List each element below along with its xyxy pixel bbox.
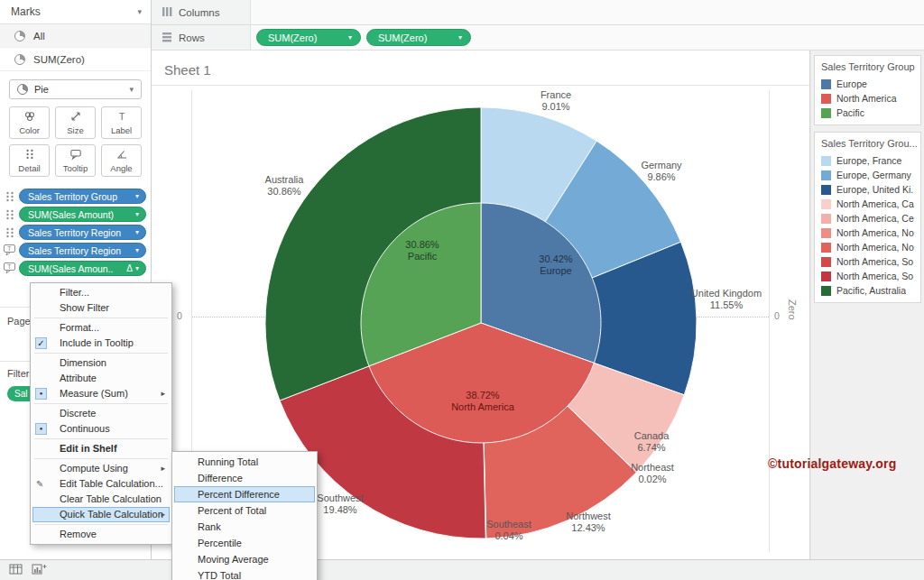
legend-title[interactable]: Sales Territory Grou... <box>815 133 920 153</box>
size-button[interactable]: Size <box>55 106 96 139</box>
pill-sum-sales-amount[interactable]: SUM(Sales Amount)▾ <box>19 207 146 222</box>
menu-item-percent-difference[interactable]: Percent Difference <box>174 486 315 502</box>
menu-item-show-filter[interactable]: Show Filter <box>32 300 170 316</box>
size-icon <box>69 110 82 124</box>
new-worksheet-icon[interactable] <box>32 563 47 577</box>
menu-item-dimension[interactable]: Dimension <box>32 355 170 371</box>
menu-separator <box>34 353 168 354</box>
menu-item-rank[interactable]: Rank <box>174 519 315 535</box>
legend-item-europe[interactable]: Europe <box>815 77 920 91</box>
legend-item-north-america-ca[interactable]: North America, Ca.. <box>815 197 920 211</box>
menu-item-attribute[interactable]: Attribute <box>32 371 170 386</box>
menu-item-edit-table-calculation[interactable]: ✎Edit Table Calculation... <box>32 476 170 492</box>
menu-item-label: Measure (Sum) <box>60 388 128 399</box>
marks-card-sum-zero[interactable]: SUM(Zero) <box>0 48 151 71</box>
color-button[interactable]: Color <box>9 106 50 139</box>
shelf-label-text: Rows <box>179 32 205 43</box>
chevron-down-icon[interactable]: ▾ <box>135 264 139 272</box>
menu-separator <box>34 458 168 459</box>
pie-label-europe: 30.42%Europe <box>539 253 573 276</box>
pill-sales-territory-group[interactable]: Sales Territory Group▾ <box>19 189 146 204</box>
pill-sum-sales-amoun[interactable]: SUM(Sales Amoun..Δ▾ <box>19 261 146 276</box>
menu-item-filter[interactable]: Filter... <box>32 285 170 300</box>
pill-label: SUM(Sales Amount) <box>28 209 133 220</box>
menu-item-measure-sum[interactable]: ●Measure (Sum)▸ <box>32 386 170 401</box>
chevron-down-icon[interactable]: ▾ <box>137 7 142 16</box>
menu-item-percentile[interactable]: Percentile <box>174 535 315 551</box>
detail-button[interactable]: Detail <box>9 144 50 177</box>
detail-shelf-icon <box>3 209 16 220</box>
legend-item-europe-germany[interactable]: Europe, Germany <box>815 168 920 182</box>
marks-card-label: SUM(Zero) <box>33 54 85 65</box>
menu-separator <box>34 403 168 404</box>
legend-item-pacific[interactable]: Pacific <box>815 106 920 120</box>
menu-item-edit-in-shelf[interactable]: Edit in Shelf <box>32 441 170 456</box>
menu-item-label: Difference <box>198 473 243 483</box>
legend-item-europe-france[interactable]: Europe, France <box>815 153 920 168</box>
pie-label-pacific: 30.86%Pacific <box>405 239 439 262</box>
quick-table-calculation-submenu: Running TotalDifferencePercent Differenc… <box>171 451 318 580</box>
menu-item-clear-table-calculation[interactable]: Clear Table Calculation <box>32 492 170 507</box>
marks-card-header[interactable]: Marks ▾ <box>0 0 151 24</box>
chevron-down-icon[interactable]: ▾ <box>135 192 139 200</box>
columns-shelf-content[interactable] <box>251 0 924 24</box>
menu-item-discrete[interactable]: Discrete <box>32 406 170 421</box>
legend-item-north-america[interactable]: North America <box>815 91 920 106</box>
rows-shelf-content[interactable]: SUM(Zero)▾SUM(Zero)▾ <box>251 25 924 50</box>
rows-pill-sum-zero[interactable]: SUM(Zero)▾ <box>256 29 361 46</box>
angle-icon <box>116 148 128 162</box>
legend-item-europe-united-ki[interactable]: Europe, United Ki.. <box>815 182 920 197</box>
marks-card-all[interactable]: All <box>0 24 151 48</box>
menu-item-ytd-total[interactable]: YTD Total <box>174 567 315 580</box>
legend-item-north-america-ce[interactable]: North America, Ce.. <box>815 211 920 226</box>
menu-item-label: Percentile <box>198 538 242 548</box>
menu-item-difference[interactable]: Difference <box>174 470 315 486</box>
menu-item-remove[interactable]: Remove <box>32 527 170 542</box>
checkmark-icon: ✓ <box>35 337 47 349</box>
marks-pill-row: Sales Territory Group▾ <box>3 189 146 204</box>
chevron-down-icon[interactable]: ▾ <box>135 210 139 218</box>
legend-item-north-america-so[interactable]: North America, So.. <box>815 269 920 283</box>
angle-button[interactable]: Angle <box>101 144 142 177</box>
data-source-grid-icon[interactable] <box>9 563 23 577</box>
tooltip-icon <box>69 148 82 162</box>
columns-shelf[interactable]: Columns <box>152 0 924 25</box>
legend-title[interactable]: Sales Territory Group <box>815 56 920 77</box>
menu-item-running-total[interactable]: Running Total <box>174 454 315 470</box>
chevron-down-icon[interactable]: ▾ <box>458 33 462 41</box>
legend-item-label: Pacific <box>836 107 864 118</box>
menu-item-label: Edit Table Calculation... <box>60 478 163 489</box>
rows-shelf[interactable]: Rows SUM(Zero)▾SUM(Zero)▾ <box>152 25 924 51</box>
menu-item-quick-table-calculation[interactable]: Quick Table Calculation▸ <box>32 507 170 522</box>
button-label: Label <box>111 125 132 135</box>
menu-item-label: Edit in Shelf <box>60 443 117 454</box>
color-swatch <box>821 94 831 104</box>
menu-item-continuous[interactable]: ●Continuous <box>32 421 170 437</box>
menu-item-format[interactable]: Format... <box>32 320 170 336</box>
menu-item-percent-of-total[interactable]: Percent of Total <box>174 502 315 519</box>
chevron-down-icon[interactable]: ▾ <box>135 246 139 254</box>
pill-sales-territory-region[interactable]: Sales Territory Region▾ <box>19 243 146 258</box>
mark-type-dropdown[interactable]: Pie ▾ <box>9 79 142 99</box>
menu-item-label: Show Filter <box>60 302 109 313</box>
svg-text:T: T <box>118 111 125 122</box>
rows-pill-sum-zero[interactable]: SUM(Zero)▾ <box>366 29 471 46</box>
label-button[interactable]: T Label <box>101 106 142 139</box>
legend-item-north-america-no[interactable]: North America, No.. <box>815 240 920 254</box>
legend-item-north-america-no[interactable]: North America, No.. <box>815 226 920 240</box>
submenu-arrow-icon: ▸ <box>161 386 165 401</box>
chevron-down-icon[interactable]: ▾ <box>135 228 139 236</box>
chevron-down-icon[interactable]: ▾ <box>348 33 352 41</box>
menu-item-label: Include in Tooltip <box>60 337 134 348</box>
legend-item-pacific-australia[interactable]: Pacific, Australia <box>815 283 920 298</box>
menu-item-moving-average[interactable]: Moving Average <box>174 551 315 567</box>
label-icon: T <box>116 110 128 124</box>
color-swatch <box>821 156 831 166</box>
menu-item-compute-using[interactable]: Compute Using▸ <box>32 461 170 476</box>
rows-shelf-label: Rows <box>152 25 251 50</box>
tooltip-button[interactable]: Tooltip <box>55 144 96 177</box>
columns-shelf-label: Columns <box>152 0 251 24</box>
menu-item-include-in-tooltip[interactable]: ✓Include in Tooltip <box>32 336 170 351</box>
pill-sales-territory-region[interactable]: Sales Territory Region▾ <box>19 225 146 240</box>
legend-item-north-america-so[interactable]: North America, So.. <box>815 254 920 269</box>
